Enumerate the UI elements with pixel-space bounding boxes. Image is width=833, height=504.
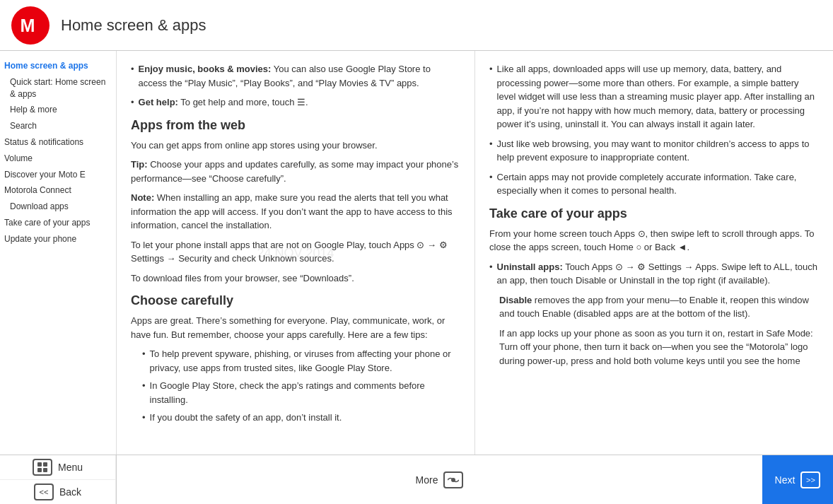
uninstall-bullet: Uninstall apps: Touch Apps ⊙ → ⚙ Setting… — [489, 260, 819, 288]
sub-bullet-2: In Google Play Store, check the app’s ra… — [142, 379, 460, 406]
tip-text: Tip: Choose your apps and updates carefu… — [131, 158, 460, 185]
svg-rect-2 — [43, 462, 47, 467]
right-bullet-2: Just like web browsing, you may want to … — [489, 137, 819, 165]
more-button[interactable]: More — [117, 455, 762, 504]
more-icon — [443, 471, 463, 488]
more-label: More — [416, 474, 438, 486]
next-button[interactable]: Next >> — [762, 455, 833, 504]
sidebar: Home screen & apps Quick start: Home scr… — [0, 51, 117, 455]
sidebar-item-status-notifications[interactable]: Status & notifications — [0, 134, 116, 151]
sidebar-item-download-apps[interactable]: Download apps — [0, 199, 116, 215]
content-area: 24 NOV 2014 Enjoy music, books & movies:… — [117, 51, 833, 455]
footer-left: Menu << Back — [0, 455, 117, 504]
sidebar-item-take-care[interactable]: Take care of your apps — [0, 215, 116, 231]
bullet-gethelp-text: To get help and more, touch ☰. — [178, 97, 308, 107]
sidebar-item-help[interactable]: Help & more — [0, 102, 116, 118]
page-title: Home screen & apps — [61, 16, 206, 35]
safemode-text: If an app locks up your phone as soon as… — [499, 327, 819, 368]
bullet-enjoy-music: Enjoy music, books & movies: You can als… — [131, 62, 460, 90]
left-panel: 24 NOV 2014 Enjoy music, books & movies:… — [117, 51, 475, 455]
downloads-text: To download files from your browser, see… — [131, 271, 460, 286]
sidebar-item-home-screen-apps[interactable]: Home screen & apps — [0, 58, 116, 74]
svg-rect-3 — [37, 468, 42, 472]
take-care-title: Take care of your apps — [489, 206, 819, 221]
unknown-sources-text: To let your phone install apps that are … — [131, 238, 460, 266]
right-bullet-1: Like all apps, downloaded apps will use … — [489, 62, 819, 131]
apps-from-web-title: Apps from the web — [131, 118, 460, 133]
footer: Menu << Back More Next >> — [0, 455, 833, 504]
sidebar-item-discover-moto[interactable]: Discover your Moto E — [0, 167, 116, 183]
next-label: Next — [775, 474, 796, 486]
sidebar-item-volume[interactable]: Volume — [0, 151, 116, 167]
sidebar-item-search[interactable]: Search — [0, 118, 116, 134]
menu-label: Menu — [58, 462, 83, 473]
next-icon: >> — [800, 471, 820, 488]
main-layout: Home screen & apps Quick start: Home scr… — [0, 51, 833, 455]
uninstall-bold: Uninstall apps: — [497, 262, 563, 272]
note-label: Note: — [131, 192, 154, 203]
sub-bullet-1: To help prevent spyware, phishing, or vi… — [142, 347, 460, 375]
back-label: Back — [59, 486, 81, 498]
back-icon: << — [34, 484, 54, 500]
bullet-gethelp-bold: Get help: — [139, 97, 178, 107]
sub-bullet-3: If you doubt the safety of an app, don’t… — [142, 411, 460, 425]
footer-right: More Next >> — [117, 455, 833, 504]
svg-rect-4 — [43, 468, 47, 472]
motorola-logo-icon: M — [18, 13, 43, 38]
bullet-get-help: Get help: To get help and more, touch ☰. — [131, 95, 460, 110]
menu-icon — [33, 459, 52, 476]
tip-label: Tip: — [131, 159, 148, 170]
note-text: Note: When installing an app, make sure … — [131, 191, 460, 233]
sidebar-item-motorola-connect[interactable]: Motorola Connect — [0, 182, 116, 199]
header: M Home screen & apps — [0, 0, 833, 51]
take-care-intro: From your home screen touch Apps ⊙, then… — [489, 227, 819, 254]
choose-carefully-text: Apps are great. There’s something for ev… — [131, 314, 460, 341]
apps-web-text: You can get apps from online app stores … — [131, 139, 460, 153]
back-button[interactable]: << Back — [0, 479, 116, 504]
disable-bold: Disable — [499, 295, 532, 305]
choose-carefully-title: Choose carefully — [131, 293, 460, 308]
sidebar-item-update-phone[interactable]: Update your phone — [0, 231, 116, 247]
disable-text: Disable removes the app from your menu—t… — [499, 293, 819, 321]
bullet-enjoy-bold: Enjoy music, books & movies: — [139, 64, 272, 74]
svg-rect-1 — [37, 462, 42, 467]
right-panel: Like all apps, downloaded apps will use … — [475, 51, 833, 455]
menu-button[interactable]: Menu — [0, 455, 116, 479]
sidebar-item-quick-start[interactable]: Quick start: Home screen & apps — [0, 74, 116, 102]
motorola-logo: M — [11, 6, 49, 45]
svg-text:M: M — [21, 16, 35, 35]
right-bullet-3: Certain apps may not provide completely … — [489, 170, 819, 198]
